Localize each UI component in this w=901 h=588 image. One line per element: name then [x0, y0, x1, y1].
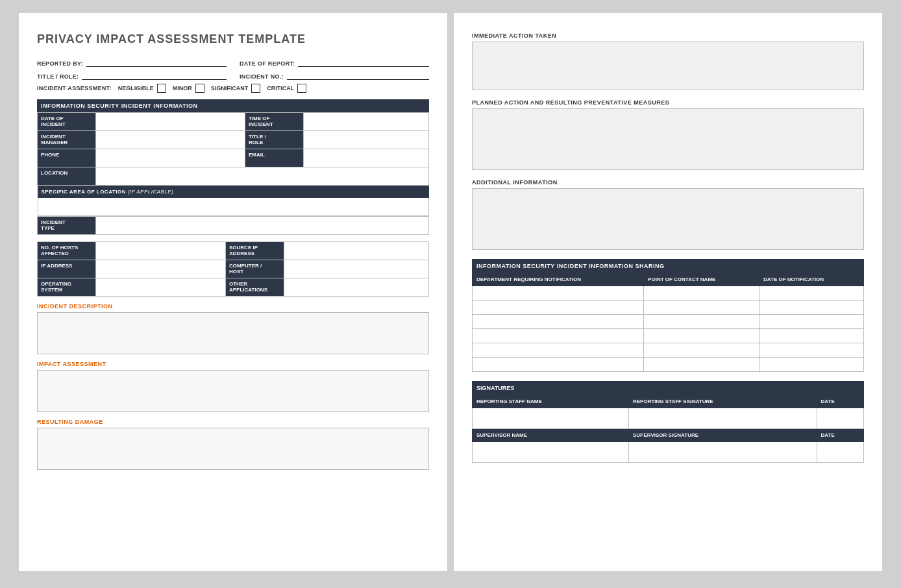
date-of-incident-value[interactable]	[96, 113, 245, 131]
supervisor-name-col: SUPERVISOR NAME	[473, 429, 629, 442]
significant-checkbox[interactable]	[251, 84, 260, 93]
reported-by-field: REPORTED BY:	[37, 58, 227, 67]
location-label: LOCATION	[38, 167, 96, 186]
table-row: OPERATINGSYSTEM OTHERAPPLICATIONS	[38, 278, 429, 297]
sharing-row	[473, 358, 864, 372]
reporting-date-col: DATE	[817, 395, 863, 408]
table-row: INCIDENTMANAGER TITLE /ROLE	[38, 131, 429, 149]
phone-value[interactable]	[96, 149, 245, 167]
sharing-col-date: DATE OF NOTIFICATION	[759, 273, 864, 286]
source-ip-value[interactable]	[284, 242, 429, 260]
table-row: SPECIFIC AREA OF LOCATION (if applicable…	[38, 186, 429, 217]
table-row: NO. OF HOSTSAFFECTED SOURCE IPADDRESS	[38, 242, 429, 260]
critical-label: CRITICAL	[267, 85, 294, 92]
minor-checkbox[interactable]	[195, 84, 204, 93]
minor-group: MINOR	[173, 84, 204, 93]
sharing-row	[473, 286, 864, 300]
reported-by-input[interactable]	[86, 58, 227, 67]
no-hosts-value[interactable]	[96, 242, 226, 260]
planned-action-section: PLANNED ACTION AND RESULTING PREVENTATIV…	[472, 99, 864, 170]
immediate-action-input[interactable]	[472, 42, 864, 90]
table-row: PHONE EMAIL	[38, 149, 429, 167]
incident-assessment-label: INCIDENT ASSESSMENT:	[37, 85, 112, 92]
ip-address-label: IP ADDRESS	[38, 260, 96, 278]
planned-action-label: PLANNED ACTION AND RESULTING PREVENTATIV…	[472, 99, 864, 106]
reporting-staff-name-col: REPORTING STAFF NAME	[473, 395, 629, 408]
resulting-damage-section: RESULTING DAMAGE	[37, 419, 429, 470]
form-row-2: TITLE / ROLE: INCIDENT NO.:	[37, 71, 429, 80]
location-value[interactable]	[96, 167, 429, 186]
specific-area-value[interactable]	[38, 198, 429, 216]
supervisor-date-col: DATE	[817, 429, 863, 442]
email-label: EMAIL	[245, 149, 304, 167]
negligible-group: NEGLIGIBLE	[118, 84, 166, 93]
supervisor-sig-col: SUPERVISOR SIGNATURE	[628, 429, 817, 442]
critical-checkbox[interactable]	[297, 84, 306, 93]
critical-group: CRITICAL	[267, 84, 306, 93]
incident-no-input[interactable]	[287, 71, 429, 80]
incident-type-value[interactable]	[96, 217, 429, 235]
source-ip-label: SOURCE IPADDRESS	[226, 242, 284, 260]
time-of-incident-label: TIME OFINCIDENT	[245, 113, 304, 131]
planned-action-input[interactable]	[472, 108, 864, 170]
date-of-report-field: DATE OF REPORT:	[240, 58, 429, 67]
incident-manager-label: INCIDENTMANAGER	[38, 131, 96, 149]
reporting-staff-sig-col: REPORTING STAFF SIGNATURE	[628, 395, 817, 408]
network-table: NO. OF HOSTSAFFECTED SOURCE IPADDRESS IP…	[37, 241, 429, 297]
sharing-row	[473, 300, 864, 315]
table-row: IP ADDRESS COMPUTER /HOST	[38, 260, 429, 278]
date-of-report-input[interactable]	[298, 58, 429, 67]
title-role-input[interactable]	[82, 71, 227, 80]
resulting-damage-input[interactable]	[37, 428, 429, 470]
title-role-field: TITLE / ROLE:	[37, 71, 227, 80]
sharing-table-main-header: INFORMATION SECURITY INCIDENT INFORMATIO…	[473, 260, 864, 273]
page-title: PRIVACY IMPACT ASSESSMENT TEMPLATE	[37, 32, 429, 46]
impact-assessment-input[interactable]	[37, 370, 429, 412]
date-of-report-label: DATE OF REPORT:	[240, 60, 295, 67]
incident-description-input[interactable]	[37, 312, 429, 354]
sharing-table: INFORMATION SECURITY INCIDENT INFORMATIO…	[472, 259, 864, 372]
significant-label: SIGNIFICANT	[211, 85, 249, 92]
email-value[interactable]	[304, 149, 429, 167]
sharing-row	[473, 343, 864, 358]
additional-info-label: ADDITIONAL INFORMATION	[472, 179, 864, 186]
sharing-section-header: INFORMATION SECURITY INCIDENT INFORMATIO…	[473, 260, 864, 273]
additional-info-input[interactable]	[472, 188, 864, 250]
incident-type-label: INCIDENTTYPE	[38, 217, 96, 235]
os-value[interactable]	[96, 278, 226, 297]
computer-host-value[interactable]	[284, 260, 429, 278]
sharing-table-header: DEPARTMENT REQUIRING NOTIFICATION POINT …	[473, 273, 864, 286]
title-role-value[interactable]	[304, 131, 429, 149]
significant-group: SIGNIFICANT	[211, 84, 261, 93]
table-row: DATE OFINCIDENT TIME OFINCIDENT	[38, 113, 429, 131]
title-role-label2: TITLE /ROLE	[245, 131, 304, 149]
sig-row2	[473, 442, 864, 463]
resulting-damage-label: RESULTING DAMAGE	[37, 419, 429, 425]
table-row: LOCATION	[38, 167, 429, 186]
phone-label: PHONE	[38, 149, 96, 167]
time-of-incident-value[interactable]	[304, 113, 429, 131]
info-section-header: INFORMATION SECURITY INCIDENT INFORMATIO…	[37, 99, 429, 112]
other-apps-value[interactable]	[284, 278, 429, 297]
impact-assessment-section: IMPACT ASSESSMENT	[37, 361, 429, 412]
incident-description-label: INCIDENT DESCRIPTION	[37, 303, 429, 310]
reported-by-label: REPORTED BY:	[37, 60, 83, 67]
incident-no-label: INCIDENT NO.:	[240, 73, 284, 80]
negligible-label: NEGLIGIBLE	[118, 85, 154, 92]
ip-address-value[interactable]	[96, 260, 226, 278]
sharing-col-dept: DEPARTMENT REQUIRING NOTIFICATION	[473, 273, 644, 286]
incident-manager-value[interactable]	[96, 131, 245, 149]
info-table: DATE OFINCIDENT TIME OFINCIDENT INCIDENT…	[37, 112, 429, 235]
table-row: INCIDENTTYPE	[38, 217, 429, 235]
negligible-checkbox[interactable]	[157, 84, 166, 93]
signatures-header: SIGNATURES	[473, 382, 864, 395]
sig-main-header: SIGNATURES	[473, 382, 864, 395]
os-label: OPERATINGSYSTEM	[38, 278, 96, 297]
sig-header-row2: SUPERVISOR NAME SUPERVISOR SIGNATURE DAT…	[473, 429, 864, 442]
sharing-row	[473, 315, 864, 329]
immediate-action-label: IMMEDIATE ACTION TAKEN	[472, 32, 864, 39]
form-row-1: REPORTED BY: DATE OF REPORT:	[37, 58, 429, 67]
incident-no-field: INCIDENT NO.:	[240, 71, 429, 80]
specific-area-label: SPECIFIC AREA OF LOCATION (if applicable…	[38, 186, 429, 198]
assessment-row: INCIDENT ASSESSMENT: NEGLIGIBLE MINOR SI…	[37, 84, 429, 93]
